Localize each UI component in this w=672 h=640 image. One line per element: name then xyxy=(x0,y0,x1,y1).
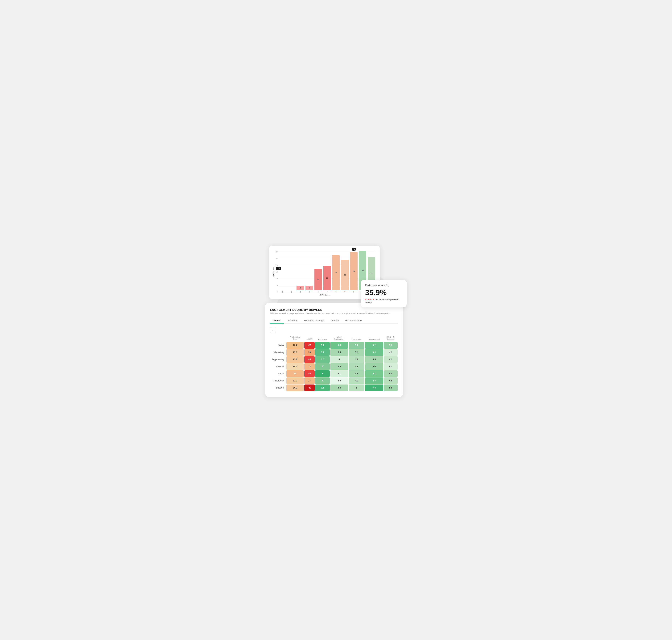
col-header-5: Management xyxy=(365,335,383,341)
row-label-product: Product xyxy=(271,363,286,370)
cell-r5-c1: 17 xyxy=(304,377,315,384)
col-header-6: Work LifeBalance xyxy=(384,335,398,341)
cell-r4-c5: 6.1 xyxy=(365,370,383,377)
row-label-engineering: Engineering xyxy=(271,356,286,363)
score-badge: 15 xyxy=(276,267,281,270)
cell-r6-c0: 24.2 xyxy=(287,384,304,391)
cell-r4-c2: 8 xyxy=(315,370,330,377)
cell-r6-c3: 5.3 xyxy=(330,384,348,391)
col-header-0: ParticipationRate xyxy=(287,335,304,341)
heatmap-card: ENGAGEMENT SCORE BY DRIVERS This heatmap… xyxy=(265,303,403,397)
cell-r2-c5: 5.5 xyxy=(365,356,383,363)
bar-2: 3 xyxy=(296,286,304,290)
chart-area: eNPS Score 0 5 10 15 20 25 30 xyxy=(274,251,375,293)
cell-r1-c6: 4.1 xyxy=(384,349,398,356)
bar-col-7: 207 xyxy=(341,251,349,293)
cell-r0-c2: 6.9 xyxy=(315,342,330,349)
row-label-support: Support xyxy=(271,384,286,391)
cell-r2-c1: -12 xyxy=(304,356,315,363)
cell-r6-c4: 5 xyxy=(349,384,364,391)
cell-r0-c4: 5.7 xyxy=(349,342,364,349)
bar-col-4: 144 xyxy=(315,251,322,293)
cell-r3-c5: 5.6 xyxy=(365,363,383,370)
cell-r5-c2: 6 xyxy=(315,377,330,384)
table-row: Sales28.9-266.96.45.76.25.8 xyxy=(271,342,398,349)
cell-r3-c4: 5.1 xyxy=(349,363,364,370)
tab-locations[interactable]: Locations xyxy=(284,318,301,324)
bar-3: 3 xyxy=(306,286,313,290)
heatmap-subtitle: This heatmap will show you what are driv… xyxy=(270,312,398,315)
down-arrow-icon: ▼ xyxy=(372,298,375,301)
cell-r2-c6: 4.3 xyxy=(384,356,398,363)
cell-r3-c6: 4.1 xyxy=(384,363,398,370)
tab-gender[interactable]: Gender xyxy=(328,318,342,324)
bar-7: 20 xyxy=(341,260,349,290)
bar-col-3: 33 xyxy=(306,251,313,293)
bar-col-0: 0 xyxy=(279,251,286,293)
bar-x-label-8: 8 xyxy=(353,291,354,293)
cell-r1-c0: 23.3 xyxy=(287,349,304,356)
table-row: Product15.11365.55.15.64.1 xyxy=(271,363,398,370)
main-container: eNPS Score 0 5 10 15 20 25 30 xyxy=(263,242,409,398)
cell-r3-c3: 5.5 xyxy=(330,363,348,370)
y-axis-label: eNPS Score xyxy=(273,266,275,277)
bar-col-2: 32 xyxy=(296,251,304,293)
cell-r0-c1: -26 xyxy=(304,342,315,349)
cell-r2-c0: 23.6 xyxy=(287,356,304,363)
bar-x-label-1: 1 xyxy=(291,291,292,293)
cell-r4-c3: 4.1 xyxy=(330,370,348,377)
bar-x-label-3: 3 xyxy=(309,291,310,293)
row-label-marketing: Marketing xyxy=(271,349,286,356)
tab-employee-type[interactable]: Employee type xyxy=(342,318,365,324)
cell-r3-c1: 13 xyxy=(304,363,315,370)
cell-r5-c4: 4.9 xyxy=(349,377,364,384)
bar-4: 14 xyxy=(315,269,322,290)
participation-rate-value: 35.9% xyxy=(365,288,403,297)
cell-r6-c5: 7.3 xyxy=(365,384,383,391)
table-row: Support24.2-427.15.357.35.6 xyxy=(271,384,398,391)
cell-r1-c4: 5.4 xyxy=(349,349,364,356)
cell-r0-c6: 5.8 xyxy=(384,342,398,349)
col-header-empty xyxy=(271,335,286,341)
tab-teams[interactable]: Teams xyxy=(270,318,284,324)
heatmap-table: ParticipationRatee-NPSAutonomyWorkEnviro… xyxy=(270,335,398,392)
bar-x-label-4: 4 xyxy=(318,291,319,293)
bar-col-1: 1 xyxy=(288,251,295,293)
tabs-bar: TeamsLocationsReporting ManagerGenderEmp… xyxy=(270,318,398,324)
cell-r1-c2: 6.7 xyxy=(315,349,330,356)
more-options-button[interactable]: ... xyxy=(270,327,276,333)
cell-r5-c0: 21.2 xyxy=(287,377,304,384)
table-row: Engineering23.6-126.444.85.54.3 xyxy=(271,356,398,363)
bar-6: 23 xyxy=(332,255,340,290)
participation-title: Participation rate i xyxy=(365,284,403,287)
bar-8: 2525 xyxy=(350,252,357,290)
cell-r2-c2: 6.4 xyxy=(315,356,330,363)
bar-col-6: 236 xyxy=(332,251,340,293)
info-icon[interactable]: i xyxy=(386,284,389,287)
bar-col-8: 25258 xyxy=(350,251,357,293)
cell-r3-c2: 6 xyxy=(315,363,330,370)
cell-r5-c6: 4.8 xyxy=(384,377,398,384)
col-header-2: Autonomy xyxy=(315,335,330,341)
cell-r4-c6: 5.4 xyxy=(384,370,398,377)
cell-r4-c1: -17 xyxy=(304,370,315,377)
bar-x-label-7: 7 xyxy=(345,291,345,293)
cell-r0-c0: 28.9 xyxy=(287,342,304,349)
bar-x-label-2: 2 xyxy=(300,291,301,293)
cell-r5-c5: 6.3 xyxy=(365,377,383,384)
col-header-4: Leadership xyxy=(349,335,364,341)
participation-card: Participation rate i 35.9% 62.6% ▼ decre… xyxy=(361,280,407,307)
cell-r1-c5: 6.4 xyxy=(365,349,383,356)
cell-r0-c5: 6.2 xyxy=(365,342,383,349)
row-label-sales: Sales xyxy=(271,342,286,349)
col-header-1: e-NPS xyxy=(304,335,315,341)
row-label-legal: Legal xyxy=(271,370,286,377)
table-row: TravelDesk21.21763.64.96.34.8 xyxy=(271,377,398,384)
table-row: Legal15-1784.15.36.15.4 xyxy=(271,370,398,377)
bar-x-label-5: 5 xyxy=(327,291,327,293)
cell-r2-c3: 4 xyxy=(330,356,348,363)
tab-reporting-manager[interactable]: Reporting Manager xyxy=(301,318,328,324)
bar-x-label-6: 6 xyxy=(335,291,336,293)
cell-r4-c4: 5.3 xyxy=(349,370,364,377)
cell-r1-c1: 28 xyxy=(304,349,315,356)
